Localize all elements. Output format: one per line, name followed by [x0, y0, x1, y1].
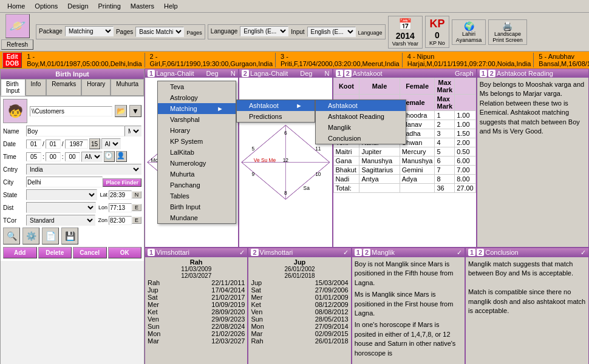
- menu-teva[interactable]: Teva: [158, 81, 236, 92]
- max-cell: 1: [435, 111, 455, 120]
- icon-btn-2[interactable]: ⚙️: [22, 228, 39, 244]
- submenu-manglik[interactable]: Manglik: [316, 122, 406, 133]
- menu-horary[interactable]: Horary: [158, 125, 236, 136]
- vim1-panel: 1Vimshottari ✓ Rah 11/03/200912/03/2027R…: [145, 248, 248, 364]
- gender-select[interactable]: MF: [124, 126, 141, 136]
- list-item: Sun22/08/2024: [148, 323, 245, 330]
- list-item: Sun28/05/2013: [251, 315, 348, 323]
- lon-input[interactable]: [109, 203, 132, 212]
- menu-lalkitab[interactable]: LalKitab: [158, 147, 236, 158]
- nav-button[interactable]: ▼: [129, 105, 141, 117]
- submenu-ashtakoot-sub[interactable]: Ashtakoot: [316, 100, 406, 111]
- tab-muhurta[interactable]: Muhurta: [111, 79, 144, 96]
- time-min[interactable]: [46, 152, 61, 161]
- tcor-select[interactable]: Standard: [26, 215, 95, 226]
- menu-mundane[interactable]: Mundane: [158, 212, 236, 223]
- state-select[interactable]: [26, 189, 97, 200]
- menu-design[interactable]: Design: [63, 1, 93, 11]
- clock-button[interactable]: 🕐: [104, 151, 115, 162]
- score-cell: 8.00: [455, 175, 476, 184]
- ash-graph: Graph: [455, 70, 474, 77]
- cancel-button[interactable]: Cancel: [73, 247, 107, 258]
- menu-masters[interactable]: Masters: [126, 1, 159, 11]
- app-icon: 🪐: [5, 14, 30, 38]
- date-year[interactable]: [65, 140, 88, 149]
- era-select[interactable]: AD: [101, 138, 121, 149]
- menu-birth-input[interactable]: Birth Input: [158, 201, 236, 212]
- date-day[interactable]: [26, 140, 41, 149]
- birth-input-panel: Birth Input Birth Input Info Remarks Hor…: [0, 69, 145, 364]
- pages-select[interactable]: Basic Matching: [135, 27, 184, 37]
- menu-varshphal[interactable]: Varshphal: [158, 114, 236, 125]
- record-2[interactable]: 2 - Girl,F,06/11/1990,19:30:00,Gurgaon,I…: [148, 53, 276, 67]
- menu-home[interactable]: Home: [2, 1, 30, 11]
- tab-info[interactable]: Info: [26, 79, 47, 96]
- record-4[interactable]: 4 - Nipun Harjai,M,01/11/1991,09:27:00,N…: [405, 53, 534, 67]
- person-button[interactable]: 👤: [116, 151, 127, 162]
- tab-remarks[interactable]: Remarks: [46, 79, 81, 96]
- menu-tables[interactable]: Tables: [158, 190, 236, 201]
- zon-input[interactable]: [109, 216, 132, 225]
- menu-panchang[interactable]: Panchang: [158, 180, 236, 190]
- time-sec[interactable]: [65, 152, 80, 161]
- menu-printing[interactable]: Printing: [94, 1, 126, 11]
- menu-muhurta[interactable]: Muhurta: [158, 169, 236, 180]
- submenu-ashtakoot-reading[interactable]: Ashtakoot Reading: [316, 111, 406, 122]
- icon-btn-4[interactable]: 💾: [61, 228, 78, 244]
- svg-text:8: 8: [284, 190, 287, 196]
- calendar-button[interactable]: 15: [89, 138, 100, 149]
- folder-button[interactable]: 📂: [115, 105, 127, 117]
- svg-text:10: 10: [315, 171, 321, 177]
- add-button[interactable]: Add: [3, 247, 37, 258]
- icon-btn-1[interactable]: 🔍: [3, 228, 20, 244]
- package-select[interactable]: Matching: [65, 26, 114, 36]
- language-select[interactable]: English (E...: [240, 26, 288, 36]
- submenu-predictions[interactable]: Predictions: [237, 111, 315, 122]
- menu-matching[interactable]: Matching ►: [158, 103, 236, 114]
- edit-dob-button[interactable]: Edit DOB: [2, 52, 22, 68]
- customer-input[interactable]: [30, 106, 112, 116]
- vim2-planet: Rah: [251, 337, 263, 345]
- time-inputs: : : AMPM 🕐 👤: [26, 151, 127, 162]
- ok-button[interactable]: OK: [108, 247, 142, 258]
- manglik-text3: In one's horoscope if Mars is posited in…: [355, 320, 462, 358]
- date-month[interactable]: [46, 140, 61, 149]
- koot-cell: Bhakut: [333, 166, 359, 175]
- submenu-ashtakoot[interactable]: Ashtakoot ►: [237, 100, 315, 111]
- record-1[interactable]: 1 - Boy,M,01/01/1987,05:00:00,Delhi,Indi…: [24, 53, 145, 67]
- conclusion-body: Manglik match suggests that match betwee…: [466, 257, 588, 318]
- lat-label: Lat: [100, 192, 107, 198]
- time-hour[interactable]: [26, 152, 41, 161]
- place-finder-button[interactable]: Place Finder: [103, 178, 141, 187]
- menu-kp-system[interactable]: KP System: [158, 136, 236, 147]
- input-select[interactable]: English (E...: [307, 27, 356, 37]
- male-cell: Manushya: [359, 157, 400, 166]
- vim1-planet: Mon: [148, 330, 160, 337]
- chart1-deg: Deg: [206, 70, 219, 77]
- city-input[interactable]: [26, 177, 103, 187]
- reading-panel: 12Ashtakoot Reading Boy belongs to Moosh…: [477, 69, 589, 248]
- icon-btn-3[interactable]: 📄: [42, 228, 59, 244]
- record-5[interactable]: 5 - Anubhav Bansal,M,16/08/1984,14:43:00…: [536, 53, 589, 67]
- record-3[interactable]: 3 - Priti,F,17/04/2000,03:20:00,Meerut,I…: [278, 53, 403, 67]
- name-row: Name MF: [3, 126, 141, 136]
- submenu-conclusion[interactable]: Conclusion: [316, 133, 406, 144]
- score-cell: 27.00: [455, 184, 476, 193]
- menubar: Home Options Design Printing Masters Hel…: [0, 0, 589, 13]
- ampm-select[interactable]: AMPM: [81, 152, 103, 162]
- koot-cell: Maitri: [333, 147, 359, 157]
- tab-horary[interactable]: Horary: [81, 79, 111, 96]
- refresh-button[interactable]: Refresh: [1, 39, 33, 50]
- tab-birth-input[interactable]: Birth Input: [1, 79, 26, 96]
- menu-options[interactable]: Options: [30, 1, 63, 11]
- table-row: Gana Manushya Manushya 6 6.00: [333, 157, 475, 166]
- country-select[interactable]: India: [26, 164, 141, 175]
- delete-button[interactable]: Delete: [38, 247, 72, 258]
- menu-numerology[interactable]: Numerology: [158, 158, 236, 169]
- menu-astrology[interactable]: Astrology: [158, 92, 236, 103]
- name-input[interactable]: [26, 126, 124, 136]
- lat-input[interactable]: [109, 190, 132, 200]
- table-row: Nadi Antya Adya 8 8.00: [333, 175, 475, 184]
- menu-help[interactable]: Help: [159, 1, 183, 11]
- dist-select[interactable]: [26, 202, 96, 213]
